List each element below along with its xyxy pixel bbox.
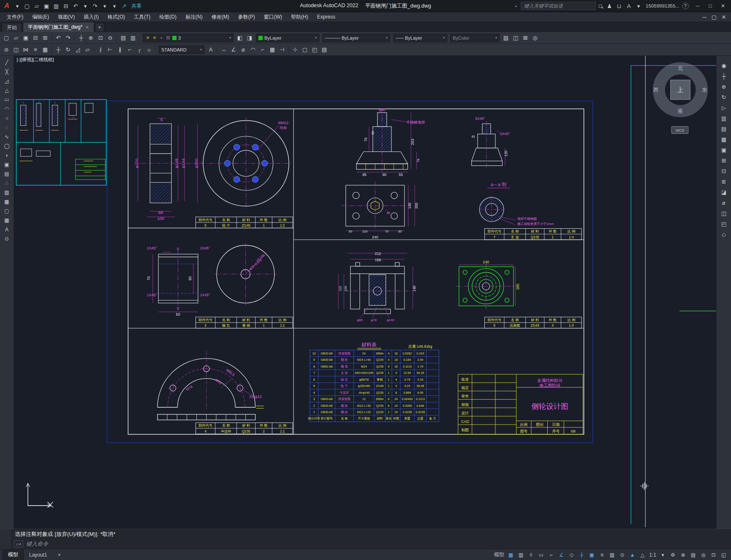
help-icon[interactable]: ? — [682, 3, 689, 9]
ortho-icon[interactable]: ⌐ — [546, 551, 556, 559]
layer-states-icon[interactable]: ▥ — [128, 34, 138, 42]
fillet-icon[interactable]: ╭ — [135, 46, 144, 54]
orbit-icon[interactable]: ↻ — [718, 92, 729, 102]
annotation-scale[interactable]: 1:1 — [648, 551, 658, 559]
block-preview-panel[interactable] — [16, 100, 106, 185]
pan-tool-icon[interactable]: ┼ — [718, 71, 729, 81]
circle-icon[interactable]: ○ — [1, 114, 12, 122]
saveas-icon[interactable]: ▥ — [52, 2, 61, 10]
menu-item-8[interactable]: 修改(M) — [207, 12, 234, 22]
search-icon[interactable] — [598, 4, 602, 8]
match-properties-icon[interactable]: ▨ — [501, 34, 511, 42]
plot-preview-icon[interactable]: ⊞ — [41, 34, 50, 42]
share-label[interactable]: 共享 — [130, 2, 143, 10]
hatch-icon[interactable]: ▨ — [1, 188, 12, 197]
plot-icon[interactable]: ⊟ — [61, 2, 71, 10]
undo-icon[interactable]: ↶ — [71, 2, 80, 10]
annotation-visibility-icon[interactable]: ▲ — [628, 551, 637, 559]
search-input[interactable]: 键入关键字或短语 — [521, 2, 596, 10]
search-history-caret[interactable]: ▸ — [514, 2, 518, 10]
menu-item-7[interactable]: 标注(N) — [181, 12, 207, 22]
insert-block-icon[interactable]: ▣ — [1, 160, 12, 169]
layer-combo-caret[interactable]: ▾ — [229, 36, 231, 40]
ellipse-icon[interactable]: ◯ — [1, 141, 12, 150]
object-isolate-icon[interactable]: ◎ — [698, 551, 708, 559]
object-snap-tracking-icon[interactable]: ┼ — [577, 551, 587, 559]
redo-icon[interactable]: ↷ — [90, 2, 100, 10]
annotation-icon[interactable]: ◫ — [511, 34, 520, 42]
lineweight-display-icon[interactable]: ≡ — [597, 551, 607, 559]
clean-screen-icon[interactable]: ◱ — [719, 551, 728, 559]
tool-palettes-icon[interactable]: ▥ — [718, 114, 729, 123]
layer-combo[interactable]: ☀ ☀ ▪ ⊟ 3 ▾ — [143, 34, 234, 42]
app-caret[interactable]: ▾ — [634, 2, 643, 10]
layer-palette-icon[interactable]: ≣ — [718, 177, 729, 186]
mleader-icon[interactable]: ⌐ — [258, 46, 267, 54]
command-options-icon[interactable]: ▭▾ — [14, 541, 23, 547]
copy-icon[interactable]: ◫ — [11, 46, 21, 54]
paper-model-toggle[interactable]: 模型 — [493, 551, 505, 559]
lineweight-combo-caret[interactable]: ▾ — [443, 36, 445, 40]
viewport-controls[interactable]: [-][俯视][二维线框] — [17, 57, 54, 62]
snap-mode-icon[interactable]: ▥ — [516, 551, 526, 559]
menu-item-10[interactable]: 窗口(W) — [260, 12, 286, 22]
region-tool-icon[interactable]: ▢ — [1, 206, 12, 215]
annotation-autoscale-icon[interactable]: △ — [638, 551, 647, 559]
dim-angular-icon[interactable]: ◠ — [248, 46, 258, 54]
layout1-tab[interactable]: Layout1 — [24, 549, 52, 560]
text-style-combo[interactable]: STANDARD ▾ — [159, 46, 204, 54]
zoom-previous-icon[interactable]: ⊖ — [106, 34, 115, 42]
plotstyle-combo[interactable]: ByColor ▾ — [450, 34, 500, 42]
make-layer-current-icon[interactable]: ◧ — [235, 34, 245, 42]
zoom-extents-icon[interactable]: ⊕ — [718, 82, 729, 91]
properties-palette-icon[interactable]: ▤ — [718, 124, 729, 133]
object-snap-icon[interactable]: ▣ — [587, 551, 597, 559]
plotstyle-combo-caret[interactable]: ▾ — [495, 36, 497, 40]
quick-properties-icon[interactable]: ▤ — [688, 551, 698, 559]
rotate-icon[interactable]: ↻ — [63, 46, 73, 54]
doc-restore-button[interactable]: ▢ — [709, 13, 719, 21]
group-icon[interactable]: ◰ — [310, 46, 319, 54]
sheet-set-icon[interactable]: ▦ — [718, 135, 729, 144]
workspace-switching-icon[interactable]: ⚙ — [668, 551, 678, 559]
model-tab[interactable]: 模型 — [3, 549, 24, 560]
scale-icon[interactable]: ◿ — [73, 46, 82, 54]
menu-item-9[interactable]: 参数(P) — [234, 12, 259, 22]
menu-item-12[interactable]: Express — [313, 12, 340, 22]
measure-icon[interactable]: ⊹ — [291, 46, 300, 54]
selection-cycling-icon[interactable]: ⊙ — [617, 551, 627, 559]
text-style-icon[interactable]: A — [206, 46, 215, 54]
revision-cloud-icon[interactable]: ◌ — [1, 123, 12, 132]
trim-icon[interactable]: ∤ — [96, 46, 105, 54]
menu-item-4[interactable]: 格式(O) — [103, 12, 129, 22]
dynamic-input-icon[interactable]: ▭ — [536, 551, 546, 559]
arc-icon[interactable]: ◠ — [1, 104, 12, 113]
menu-item-5[interactable]: 工具(T) — [130, 12, 155, 22]
xref-palette-icon[interactable]: ⊡ — [718, 166, 729, 176]
ellipse-arc-icon[interactable]: ◗ — [1, 151, 12, 160]
table-icon[interactable]: ▦ — [1, 216, 12, 225]
chamfer-icon[interactable]: ⌐ — [125, 46, 134, 54]
undo-icon[interactable]: ↶ — [54, 34, 63, 42]
spline-icon[interactable]: ∿ — [1, 132, 12, 141]
break-icon[interactable]: ∦ — [115, 46, 125, 54]
close-button[interactable]: ✕ — [717, 1, 729, 11]
command-input-row[interactable]: ▭▾ 键入命令 — [11, 539, 731, 549]
markup-icon[interactable]: ◪ — [718, 187, 729, 197]
linetype-combo-caret[interactable]: ▾ — [386, 36, 388, 40]
menu-item-11[interactable]: 帮助(H) — [287, 12, 313, 22]
measure-tool-icon[interactable]: ⌀ — [718, 198, 729, 207]
signed-in-user[interactable]: 15059991355... — [646, 3, 679, 8]
rectangle-icon[interactable]: ▭ — [1, 95, 12, 104]
dim-style-icon[interactable]: ⊣ — [277, 46, 287, 54]
qat-customize-caret[interactable]: ▾ — [110, 2, 119, 10]
workspace-caret[interactable]: ▾ — [13, 2, 22, 10]
count-palette-icon[interactable]: ⊞ — [718, 156, 729, 165]
array-icon[interactable]: ▦ — [41, 46, 50, 54]
plot-icon[interactable]: ⊟ — [31, 34, 40, 42]
move-icon[interactable]: ┼ — [54, 46, 63, 54]
zoom-window-icon[interactable]: ⊡ — [96, 34, 105, 42]
polar-tracking-icon[interactable]: ∠ — [557, 551, 566, 559]
blocks-palette-icon[interactable]: ▣ — [718, 145, 729, 154]
maximize-button[interactable]: □ — [704, 1, 717, 11]
